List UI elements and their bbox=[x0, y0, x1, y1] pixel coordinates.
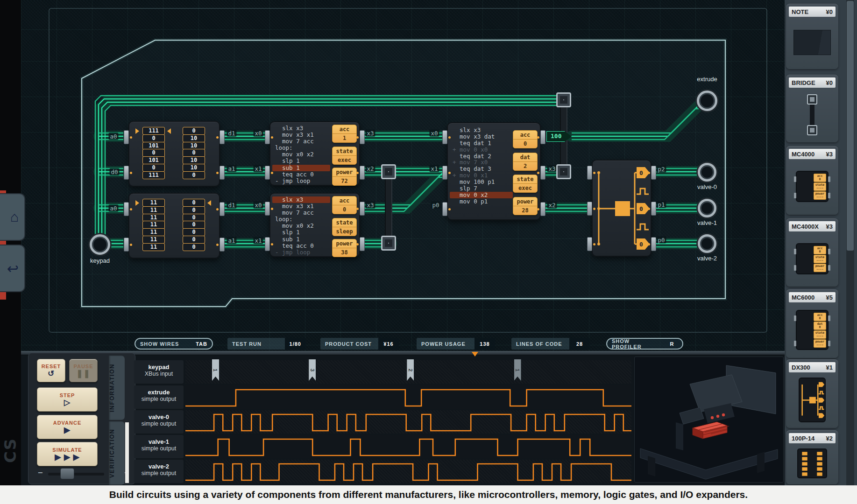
mc6000-port-p1[interactable] bbox=[540, 130, 545, 144]
code-line[interactable]: mov x0 x2 bbox=[272, 151, 330, 158]
dx300-port-left-top[interactable] bbox=[587, 166, 592, 180]
part-card-note[interactable]: NOTE¥0 bbox=[786, 4, 838, 69]
mcx1-port-x3[interactable] bbox=[360, 130, 365, 144]
mcx1-port-x0[interactable] bbox=[265, 130, 270, 144]
bridge-2-top[interactable] bbox=[556, 92, 571, 107]
code-line[interactable]: mov 0 x2 bbox=[450, 192, 513, 198]
code-line[interactable]: mov x0 x2 bbox=[272, 223, 330, 229]
status-show-profiler[interactable]: SHOW PROFILERR bbox=[606, 338, 683, 350]
mc6000-port-x1[interactable] bbox=[442, 166, 447, 180]
ram-cell[interactable]: 0 bbox=[183, 171, 205, 179]
code-line[interactable]: mov 7 acc bbox=[272, 210, 330, 216]
code-line[interactable]: teq acc 0 bbox=[272, 243, 330, 249]
code-line[interactable]: teq acc 0 bbox=[272, 171, 330, 178]
code-line[interactable]: slp 1 bbox=[272, 158, 330, 164]
ram-cell[interactable]: 0 bbox=[183, 149, 205, 157]
ram1-port-a0[interactable] bbox=[124, 130, 129, 144]
ram-cell[interactable]: 11 bbox=[142, 228, 165, 236]
ram-cell[interactable]: 10 bbox=[183, 156, 205, 164]
ram-chip-2[interactable]: 11111111111111 0000000 bbox=[128, 193, 220, 259]
valve-1-connector[interactable] bbox=[698, 199, 716, 217]
mc6000-port-x3[interactable] bbox=[540, 166, 545, 180]
bridge-2-bottom[interactable] bbox=[556, 164, 571, 179]
ram-cell[interactable]: 11 bbox=[142, 206, 165, 214]
ram-cell[interactable]: 10 bbox=[183, 134, 205, 142]
ram1-port-d1[interactable] bbox=[220, 130, 225, 144]
keypad-connector[interactable] bbox=[90, 234, 110, 255]
ram-cell[interactable]: 11 bbox=[142, 243, 165, 251]
code-line[interactable]: teq dat 2 bbox=[450, 153, 513, 160]
ram-cell[interactable]: 101 bbox=[142, 142, 165, 150]
part-card-bridge[interactable]: BRIDGE¥0 bbox=[786, 75, 838, 142]
home-button[interactable]: ⌂ bbox=[0, 193, 25, 241]
mc6000-code[interactable]: slx x3 mov x3 dat teq dat 1+ mov 0 x0 te… bbox=[450, 127, 513, 205]
ram-cell[interactable]: 10 bbox=[183, 164, 205, 172]
ram-cell[interactable]: 0 bbox=[142, 164, 165, 172]
code-line[interactable]: - jmp loop bbox=[272, 249, 330, 256]
part-card-dx300[interactable]: DX300¥1 bbox=[786, 359, 838, 428]
tab-information[interactable]: INFORMATION bbox=[109, 356, 125, 420]
tab-verification[interactable]: VERIFICATION bbox=[109, 421, 125, 485]
valve-0-connector[interactable] bbox=[698, 163, 716, 182]
sidebar-scrollbar-thumb[interactable] bbox=[847, 1, 854, 251]
pause-button[interactable]: PAUSE ❚❚ bbox=[69, 359, 98, 382]
simulate-button[interactable]: SIMULATE ▶ ▶ ▶ bbox=[37, 442, 98, 466]
code-line[interactable]: slx x3 bbox=[272, 125, 330, 132]
step-button[interactable]: STEP ▷ bbox=[37, 387, 98, 412]
slider-thumb[interactable] bbox=[60, 468, 74, 479]
mc6000-chip[interactable]: slx x3 mov x3 dat teq dat 1+ mov 0 x0 te… bbox=[447, 122, 541, 220]
code-line[interactable]: mov 100 p1 bbox=[450, 179, 513, 185]
ram1-port-a1[interactable] bbox=[220, 166, 225, 180]
mcx1-port-x1[interactable] bbox=[265, 166, 270, 180]
ram2-port-d0[interactable] bbox=[124, 238, 129, 252]
part-card-mc4000[interactable]: MC4000¥3acc0state----power---- bbox=[786, 146, 838, 215]
ram-cell[interactable]: 111 bbox=[142, 171, 165, 179]
advance-button[interactable]: ADVANCE ▶ bbox=[37, 415, 98, 439]
ram-cell[interactable]: 0 bbox=[183, 243, 205, 251]
code-line[interactable]: + mov 0 x1 bbox=[450, 172, 513, 179]
mcx2-code[interactable]: slx x3 mov x3 x1 mov 7 accloop: mov x0 x… bbox=[272, 196, 330, 256]
ram2-port-a0[interactable] bbox=[124, 202, 129, 216]
mc6000-port-p0[interactable] bbox=[442, 202, 447, 216]
slider-track[interactable] bbox=[48, 473, 104, 476]
code-line[interactable]: + mov 0 x0 bbox=[450, 147, 513, 153]
code-line[interactable]: slx x3 bbox=[450, 127, 513, 133]
code-line[interactable]: sub 1 bbox=[272, 165, 330, 171]
code-line[interactable]: mov 0 p1 bbox=[450, 198, 513, 205]
ram-cell[interactable]: 0 bbox=[183, 206, 205, 214]
mcx2-port-x3[interactable] bbox=[360, 202, 365, 216]
part-card-mc6000[interactable]: MC6000¥5acc0dat0state----power---- bbox=[786, 289, 838, 358]
code-line[interactable]: mov x3 x1 bbox=[272, 203, 330, 210]
status-show-wires[interactable]: SHOW WIRESTAB bbox=[135, 338, 213, 350]
dx300-port-x0[interactable] bbox=[587, 202, 592, 216]
ram-cell[interactable]: 0 bbox=[183, 236, 205, 244]
ram-cell[interactable]: 0 bbox=[183, 228, 205, 236]
mcx2-port-x0[interactable] bbox=[265, 202, 270, 216]
ram-cell[interactable]: 11 bbox=[142, 221, 165, 229]
part-card-mc4000x[interactable]: MC4000X¥3acc0state----power---- bbox=[786, 218, 838, 287]
mcx2-port-x1[interactable] bbox=[265, 237, 270, 251]
bridge-1-top[interactable] bbox=[381, 164, 396, 179]
dx300-port-p0[interactable] bbox=[651, 237, 656, 251]
bridge-1-bottom[interactable] bbox=[381, 236, 396, 251]
back-button[interactable]: ↩ bbox=[0, 245, 25, 292]
dx300-chip[interactable]: 000 bbox=[592, 160, 652, 257]
code-line[interactable]: loop: bbox=[272, 145, 330, 151]
code-line[interactable]: slx x3 bbox=[272, 196, 330, 203]
ram-cell[interactable]: 0 bbox=[183, 214, 205, 222]
ram-cell[interactable]: 11 bbox=[142, 236, 165, 244]
ram2-port-a1[interactable] bbox=[220, 238, 225, 252]
mc6000-port-x2[interactable] bbox=[540, 202, 545, 216]
bridge-1-bar[interactable] bbox=[385, 171, 392, 245]
mc4000x-chip-1[interactable]: slx x3 mov x3 x1 mov 7 accloop: mov x0 x… bbox=[269, 121, 360, 186]
ram-cell[interactable]: 0 bbox=[183, 221, 205, 229]
code-line[interactable]: loop: bbox=[272, 216, 330, 223]
mcx1-code[interactable]: slx x3 mov x3 x1 mov 7 accloop: mov x0 x… bbox=[272, 125, 330, 184]
code-line[interactable]: slp 1 bbox=[272, 229, 330, 236]
code-line[interactable]: teq dat 1 bbox=[450, 140, 513, 147]
reset-button[interactable]: RESET ↺ bbox=[37, 359, 65, 382]
ram-cell[interactable]: 0 bbox=[142, 134, 165, 142]
dx300-port-left-bottom[interactable] bbox=[587, 237, 592, 251]
dx300-port-p1[interactable] bbox=[651, 202, 656, 216]
ram-cell[interactable]: 11 bbox=[142, 214, 165, 222]
